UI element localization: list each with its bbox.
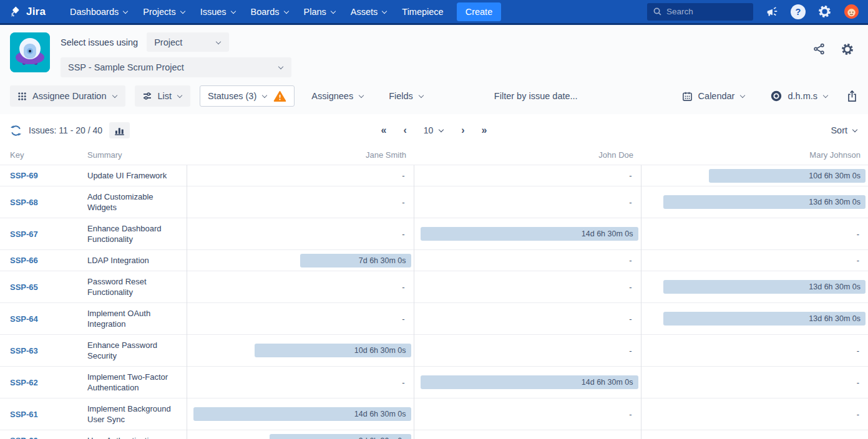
pagination: « ‹ 10 › » <box>381 125 487 135</box>
duration-bar: 9d 6h 30m 0s <box>270 434 411 439</box>
issue-table: Key Summary Jane Smith John Doe Mary Joh… <box>0 147 868 439</box>
chevron-down-icon <box>823 94 829 99</box>
issue-date-filter-input[interactable] <box>494 91 594 101</box>
menu-dashboards[interactable]: Dashboards <box>64 3 134 21</box>
menu-issues[interactable]: Issues <box>195 3 241 21</box>
clock-circle-icon <box>771 90 782 102</box>
refresh-button[interactable] <box>10 125 22 137</box>
create-button[interactable]: Create <box>457 2 502 21</box>
issue-table-body: SSP-69 Update UI Framework - - 10d 6h 30… <box>0 165 868 439</box>
menu-assets[interactable]: Assets <box>345 3 393 21</box>
view-mode-menu[interactable]: List <box>135 85 191 107</box>
statuses-menu[interactable]: Statuses (3) <box>200 85 295 107</box>
issue-key-link[interactable]: SSP-68 <box>10 198 38 207</box>
bar-chart-icon <box>114 125 125 135</box>
first-page-button[interactable]: « <box>381 125 386 135</box>
duration-cell: - <box>187 218 414 250</box>
issue-summary: Enhance Password Security <box>82 335 187 367</box>
user-avatar[interactable] <box>844 4 859 19</box>
issue-summary: Add Customizable Widgets <box>82 186 187 218</box>
issue-key-link[interactable]: SSP-66 <box>10 256 38 265</box>
column-header-john-doe: John Doe <box>414 147 641 165</box>
chevron-down-icon <box>439 128 444 133</box>
report-settings-button[interactable] <box>841 42 854 56</box>
issue-key-link[interactable]: SSP-65 <box>10 282 38 292</box>
time-format-menu[interactable]: d.h.m.s <box>763 85 836 107</box>
share-button[interactable] <box>812 42 826 55</box>
chevron-down-icon <box>262 94 268 99</box>
report-header: Select issues using Project SSP - Sample… <box>0 25 868 114</box>
table-row: SSP-61 Implement Background User Sync 14… <box>0 398 868 430</box>
chevron-down-icon <box>740 94 746 99</box>
empty-duration: - <box>416 346 640 355</box>
global-search[interactable] <box>647 3 753 21</box>
empty-duration: - <box>188 171 412 180</box>
issue-source-mode-select[interactable]: Project <box>147 32 229 52</box>
table-row: SSP-63 Enhance Password Security 10d 6h … <box>0 335 868 367</box>
jira-logo-icon <box>9 5 22 19</box>
export-icon <box>846 90 858 102</box>
issue-summary: LDAP Integration <box>82 250 187 271</box>
chevron-down-icon <box>231 9 236 14</box>
issue-source-selectors: Select issues using Project SSP - Sample… <box>61 32 291 77</box>
refresh-icon <box>10 125 22 137</box>
duration-bar: 13d 6h 30m 0s <box>663 312 866 326</box>
announcements-button[interactable] <box>765 5 779 19</box>
assignees-menu[interactable]: Assignees <box>304 85 372 107</box>
duration-bar: 14d 6h 30m 0s <box>421 375 638 389</box>
prev-page-button[interactable]: ‹ <box>403 125 406 135</box>
menu-projects[interactable]: Projects <box>137 3 190 21</box>
issue-summary: Enhance Dashboard Functionality <box>82 218 187 250</box>
page-size-select[interactable]: 10 <box>424 125 445 135</box>
table-row: SSP-69 Update UI Framework - - 10d 6h 30… <box>0 165 868 186</box>
duration-cell: 9d 6h 30m 0s <box>187 430 414 439</box>
search-input[interactable] <box>666 7 748 16</box>
empty-duration: - <box>188 229 412 239</box>
issue-key-link[interactable]: SSP-63 <box>10 346 38 355</box>
timepiece-app-icon <box>10 32 50 72</box>
issue-summary: Password Reset Functionality <box>82 271 187 303</box>
chevron-down-icon <box>852 128 858 133</box>
export-button[interactable] <box>846 90 858 102</box>
issue-key-link[interactable]: SSP-64 <box>10 314 38 324</box>
menu-boards[interactable]: Boards <box>245 3 295 21</box>
table-row: SSP-67 Enhance Dashboard Functionality -… <box>0 218 868 250</box>
issue-key-link[interactable]: SSP-61 <box>10 410 38 419</box>
issue-key-link[interactable]: SSP-69 <box>10 171 38 180</box>
menu-timepiece[interactable]: Timepiece <box>396 3 449 21</box>
duration-cell: - <box>414 303 641 335</box>
settings-button[interactable] <box>817 4 832 19</box>
issue-key-cell: SSP-61 <box>0 398 82 430</box>
calendar-menu[interactable]: Calendar <box>675 85 754 107</box>
empty-duration: - <box>643 378 867 387</box>
sort-menu[interactable]: Sort <box>831 125 858 135</box>
brand-name: Jira <box>26 6 46 18</box>
duration-cell: - <box>414 250 641 271</box>
duration-cell: - <box>414 335 641 367</box>
issue-key-cell: SSP-60 <box>0 430 82 439</box>
table-row: SSP-62 Implement Two-Factor Authenticati… <box>0 367 868 398</box>
help-button[interactable]: ? <box>791 4 806 19</box>
gear-icon <box>841 42 854 56</box>
chart-view-button[interactable] <box>109 122 130 138</box>
next-page-button[interactable]: › <box>461 125 464 135</box>
issue-key-link[interactable]: SSP-67 <box>10 229 38 239</box>
issue-key-cell: SSP-65 <box>0 271 82 303</box>
duration-cell: 14d 6h 30m 0s <box>414 218 641 250</box>
duration-bar: 13d 6h 30m 0s <box>663 280 866 294</box>
issue-key-link[interactable]: SSP-60 <box>10 436 38 439</box>
jira-logo[interactable]: Jira <box>9 5 46 19</box>
menu-plans[interactable]: Plans <box>298 3 341 21</box>
project-select[interactable]: SSP - Sample Scrum Project <box>61 57 291 77</box>
search-icon <box>653 7 662 16</box>
empty-duration: - <box>643 256 867 265</box>
issue-summary: Implement OAuth Integration <box>82 303 187 335</box>
chevron-down-icon <box>419 94 424 99</box>
duration-cell: - <box>187 186 414 218</box>
fields-menu[interactable]: Fields <box>381 85 432 107</box>
avatar-icon <box>844 4 859 19</box>
empty-duration: - <box>643 346 867 355</box>
issue-key-link[interactable]: SSP-62 <box>10 378 38 387</box>
last-page-button[interactable]: » <box>482 125 487 135</box>
report-type-menu[interactable]: Assignee Duration <box>10 85 125 107</box>
